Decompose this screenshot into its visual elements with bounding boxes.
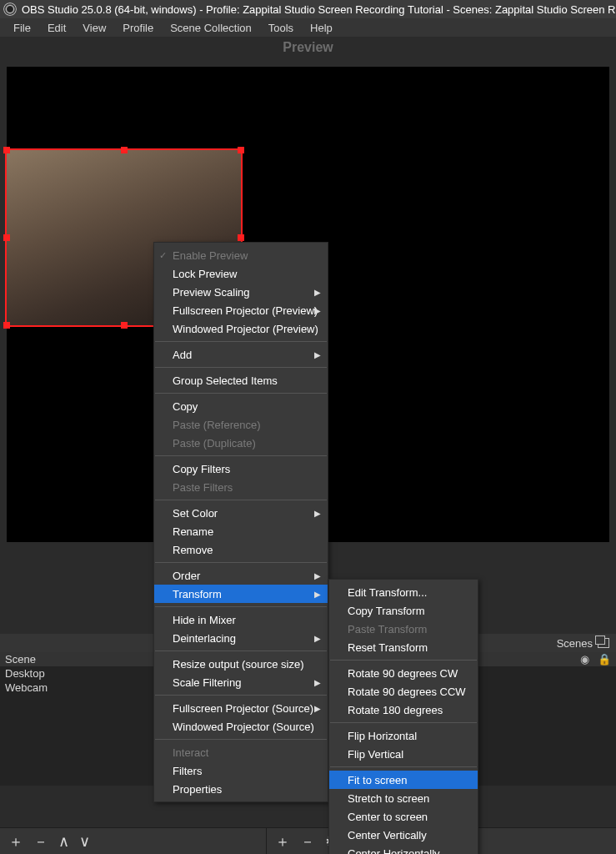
ctx_sub-item[interactable]: Rotate 90 degrees CW	[329, 664, 478, 682]
remove-source-button[interactable]: －	[300, 834, 315, 849]
ctx_main-item[interactable]: Scale Filtering▶	[154, 673, 328, 691]
ctx_main-item[interactable]: Rename	[154, 522, 328, 540]
menu-item-label: Windowed Projector (Preview)	[173, 323, 318, 335]
menu-view[interactable]: View	[74, 22, 114, 34]
menu-scene-collection[interactable]: Scene Collection	[162, 22, 260, 34]
resize-handle-bottom-mid[interactable]	[121, 322, 128, 329]
menu-item-label: Rotate 180 degrees	[348, 704, 443, 716]
popout-icon[interactable]	[598, 638, 609, 648]
obs-logo-icon	[3, 3, 17, 16]
submenu-arrow-icon: ▶	[314, 678, 321, 687]
menu-item-label: Set Color	[173, 507, 218, 520]
menu-item-label: Order	[173, 570, 200, 582]
ctx_sub-item[interactable]: Rotate 90 degrees CCW	[329, 682, 478, 701]
resize-handle-mid-right[interactable]	[238, 234, 244, 241]
ctx_sub-item: Paste Transform	[329, 620, 478, 638]
menu-item-label: Transform	[173, 588, 222, 600]
menu-tools[interactable]: Tools	[260, 22, 302, 34]
menu-item-label: Copy	[173, 400, 198, 413]
resize-handle-mid-left[interactable]	[3, 234, 10, 241]
transform-submenu: Edit Transform...Copy TransformPaste Tra…	[328, 579, 478, 854]
menu-item-label: Filters	[173, 765, 202, 777]
menu-item-label: Stretch to screen	[348, 792, 429, 805]
menu-separator	[330, 660, 477, 661]
ctx_main-item[interactable]: Filters	[154, 761, 328, 780]
ctx_main-item[interactable]: Hide in Mixer	[154, 610, 328, 629]
menu-item-label: Properties	[173, 783, 222, 796]
menu-separator	[155, 341, 327, 342]
ctx_main-item: Paste Filters	[154, 478, 328, 496]
menu-separator	[155, 739, 327, 740]
submenu-arrow-icon: ▶	[314, 288, 321, 297]
menubar: File Edit View Profile Scene Collection …	[0, 18, 616, 37]
ctx_main-item: Paste (Duplicate)	[154, 434, 328, 452]
ctx_main-item[interactable]: Deinterlacing▶	[154, 629, 328, 647]
resize-handle-top-left[interactable]	[3, 147, 10, 153]
menu-separator	[155, 562, 327, 563]
menu-profile[interactable]: Profile	[114, 22, 162, 34]
submenu-arrow-icon: ▶	[314, 590, 321, 599]
menu-item-label: Lock Preview	[173, 268, 237, 280]
add-source-button[interactable]: ＋	[275, 834, 290, 849]
menu-item-label: Preview Scaling	[173, 286, 250, 299]
scene-row-label: Scene	[5, 653, 36, 666]
add-scene-button[interactable]: ＋	[8, 834, 23, 849]
ctx_main-item[interactable]: Copy	[154, 397, 328, 415]
window-title: OBS Studio 25.0.8 (64-bit, windows) - Pr…	[22, 3, 616, 16]
ctx_sub-item[interactable]: Center to screen	[329, 807, 478, 826]
ctx_sub-item[interactable]: Stretch to screen	[329, 789, 478, 807]
menu-separator	[155, 367, 327, 368]
ctx_main-item[interactable]: Set Color▶	[154, 504, 328, 522]
ctx_main-item[interactable]: Transform▶	[154, 585, 328, 603]
remove-scene-button[interactable]: －	[33, 834, 48, 849]
ctx_main-item[interactable]: Windowed Projector (Preview)	[154, 319, 328, 338]
menu-help[interactable]: Help	[302, 22, 341, 34]
resize-handle-top-right[interactable]	[238, 147, 244, 153]
lock-icon[interactable]: 🔒	[598, 653, 611, 666]
menu-separator	[155, 606, 327, 607]
ctx_main-item[interactable]: Lock Preview	[154, 264, 328, 283]
menu-separator	[330, 722, 477, 723]
menu-item-label: Windowed Projector (Source)	[173, 721, 314, 733]
ctx_sub-item[interactable]: Edit Transform...	[329, 583, 478, 601]
menu-item-label: Copy Transform	[348, 605, 424, 617]
ctx_main-item[interactable]: Group Selected Items	[154, 371, 328, 389]
ctx_main-item[interactable]: Windowed Projector (Source)	[154, 717, 328, 736]
menu-item-label: Scale Filtering	[173, 676, 241, 689]
ctx_sub-item[interactable]: Center Horizontally	[329, 844, 478, 854]
menu-item-label: Deinterlacing	[173, 632, 236, 645]
eye-icon[interactable]: ◉	[580, 653, 589, 666]
ctx_main-item[interactable]: Properties	[154, 780, 328, 798]
resize-handle-bottom-left[interactable]	[3, 322, 10, 329]
menu-file[interactable]: File	[5, 22, 39, 34]
ctx_sub-item[interactable]: Copy Transform	[329, 601, 478, 620]
resize-handle-top-mid[interactable]	[121, 147, 128, 153]
ctx_main-item[interactable]: Remove	[154, 540, 328, 559]
menu-item-label: Paste (Reference)	[173, 419, 261, 431]
menu-item-label: Paste Filters	[173, 481, 233, 494]
ctx_main-item[interactable]: Order▶	[154, 566, 328, 585]
ctx_sub-item[interactable]: Reset Transform	[329, 638, 478, 656]
ctx_sub-item[interactable]: Fit to screen	[329, 771, 478, 789]
ctx_main-item[interactable]: Fullscreen Projector (Preview)▶	[154, 301, 328, 319]
menu-item-label: Paste Transform	[348, 623, 427, 635]
scene-row-label: Webcam	[5, 681, 48, 694]
menu-edit[interactable]: Edit	[39, 22, 74, 34]
ctx_main-item[interactable]: Fullscreen Projector (Source)▶	[154, 699, 328, 717]
menu-item-label: Paste (Duplicate)	[173, 437, 256, 450]
menu-item-label: Rotate 90 degrees CCW	[348, 686, 466, 698]
ctx_main-item[interactable]: Preview Scaling▶	[154, 283, 328, 301]
ctx_main-item[interactable]: Add▶	[154, 345, 328, 364]
bottom-toolbars: ＋ － ∧ ∨ ＋ － ⚙ ∧ ∨	[0, 827, 616, 854]
ctx_main-item[interactable]: Resize output (source size)	[154, 655, 328, 673]
menu-separator	[155, 393, 327, 394]
ctx_main-item[interactable]: Copy Filters	[154, 460, 328, 478]
ctx_sub-item[interactable]: Flip Horizontal	[329, 726, 478, 745]
submenu-arrow-icon: ▶	[314, 704, 321, 713]
ctx_sub-item[interactable]: Center Vertically	[329, 826, 478, 844]
scene-move-up-button[interactable]: ∧	[58, 834, 69, 849]
menu-item-label: Center to screen	[348, 811, 428, 823]
ctx_sub-item[interactable]: Rotate 180 degrees	[329, 701, 478, 719]
scene-move-down-button[interactable]: ∨	[79, 834, 90, 849]
ctx_sub-item[interactable]: Flip Vertical	[329, 745, 478, 763]
